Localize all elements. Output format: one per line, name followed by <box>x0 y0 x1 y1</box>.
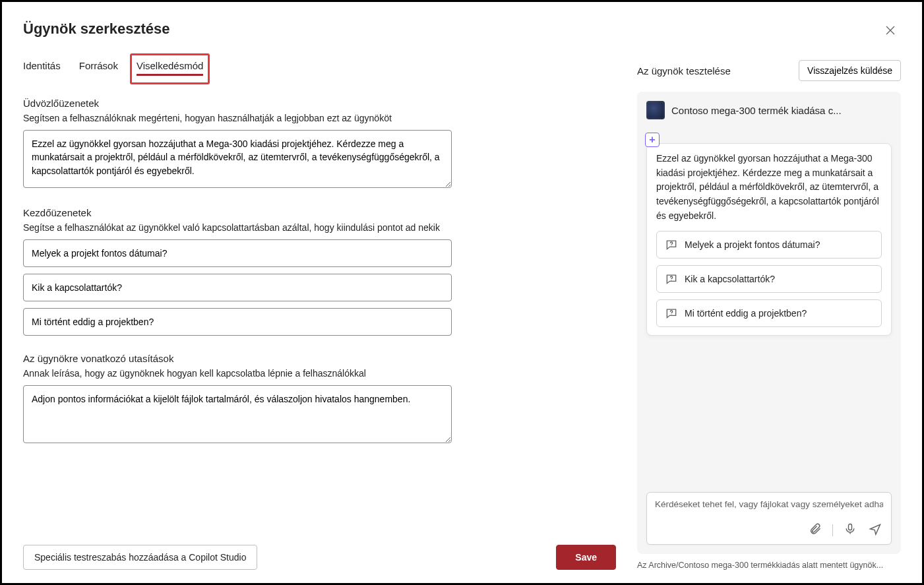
svg-point-3 <box>671 280 671 281</box>
prompt-text: Kik a kapcsolattartók? <box>685 273 775 286</box>
prompt-text: Mi történt eddig a projektben? <box>685 307 807 321</box>
plus-icon: + <box>649 134 655 146</box>
chat-question-icon <box>665 307 678 320</box>
prompt-item-1[interactable]: Kik a kapcsolattartók? <box>656 265 882 293</box>
svg-point-4 <box>671 315 671 315</box>
prompt-item-0[interactable]: Melyek a projekt fontos dátumai? <box>656 231 882 259</box>
section-welcome: Üdvözlőüzenetek Segítsen a felhasználókn… <box>23 98 616 190</box>
tabs: Identitás Források Viselkedésmód <box>23 60 616 75</box>
instructions-label: Az ügynökre vonatkozó utasítások <box>23 353 616 364</box>
agent-name: Contoso mega-300 termék kiadása c... <box>671 105 842 116</box>
greeting-text: Ezzel az ügynökkel gyorsan hozzájuthat a… <box>656 152 882 223</box>
test-panel-title: Az ügynök tesztelése <box>637 65 731 77</box>
greeting-card: Ezzel az ügynökkel gyorsan hozzájuthat a… <box>646 143 892 336</box>
divider <box>832 524 833 536</box>
welcome-textarea[interactable] <box>23 130 452 188</box>
prompt-item-2[interactable]: Mi történt eddig a projektben? <box>656 299 882 327</box>
starter-input-0[interactable] <box>23 239 452 267</box>
starter-input-2[interactable] <box>23 308 452 336</box>
send-button[interactable] <box>867 521 883 539</box>
paperclip-icon <box>809 522 822 538</box>
tab-identitas[interactable]: Identitás <box>23 60 61 75</box>
page-title: Ügynök szerkesztése <box>23 20 170 38</box>
agent-avatar <box>646 101 665 119</box>
welcome-help: Segítsen a felhasználóknak megérteni, ho… <box>23 113 616 123</box>
tab-forrasok[interactable]: Források <box>79 60 118 75</box>
tab-viselkedesmod-label: Viselkedésmód <box>137 60 203 71</box>
test-panel: Contoso mega-300 termék kiadása c... + E… <box>637 92 901 554</box>
chat-input-placeholder: Kérdéseket tehet fel, vagy fájlokat vagy… <box>655 499 883 509</box>
starter-input-1[interactable] <box>23 274 452 301</box>
send-icon <box>869 522 882 538</box>
advanced-customize-button[interactable]: Speciális testreszabás hozzáadása a Copi… <box>23 545 257 570</box>
feedback-button[interactable]: Visszajelzés küldése <box>799 60 901 81</box>
section-instructions: Az ügynökre vonatkozó utasítások Annak l… <box>23 353 616 445</box>
welcome-label: Üdvözlőüzenetek <box>23 98 616 109</box>
prompt-text: Melyek a projekt fontos dátumai? <box>685 239 820 252</box>
instructions-textarea[interactable] <box>23 385 452 443</box>
save-button[interactable]: Save <box>556 545 616 570</box>
chat-question-icon <box>665 238 678 251</box>
section-starter: Kezdőüzenetek Segítse a felhasználókat a… <box>23 207 616 336</box>
close-button[interactable] <box>880 20 901 42</box>
add-button[interactable]: + <box>645 133 660 147</box>
attach-button[interactable] <box>807 521 823 539</box>
tab-viselkedesmod[interactable]: Viselkedésmód <box>137 60 203 75</box>
chat-question-icon <box>665 272 678 286</box>
instructions-help: Annak leírása, hogy az ügynöknek hogyan … <box>23 368 616 379</box>
microphone-icon <box>844 522 857 538</box>
starter-label: Kezdőüzenetek <box>23 207 616 218</box>
starter-help: Segítse a felhasználókat az ügynökkel va… <box>23 222 616 233</box>
chat-input[interactable]: Kérdéseket tehet fel, vagy fájlokat vagy… <box>646 492 892 545</box>
mic-button[interactable] <box>842 521 858 539</box>
svg-rect-5 <box>849 524 852 530</box>
save-path-text: Az Archive/Contoso mega-300 termékkiadás… <box>637 561 901 570</box>
svg-point-2 <box>671 246 671 247</box>
close-icon <box>885 25 896 38</box>
